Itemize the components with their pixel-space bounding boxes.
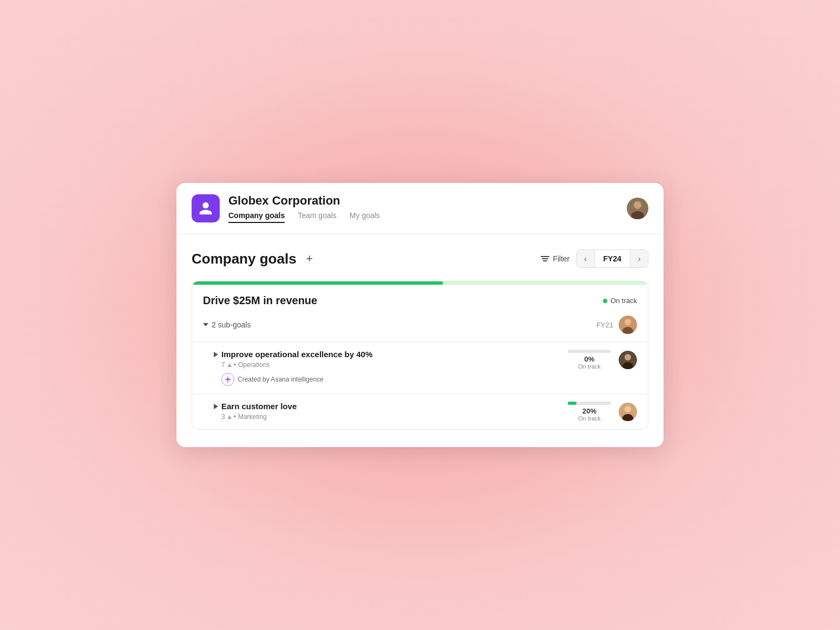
filter-label: Filter <box>553 254 569 263</box>
filter-button[interactable]: Filter <box>541 254 569 263</box>
owner-avatar-image <box>619 316 637 334</box>
filter-icon <box>541 256 549 261</box>
header-center: Globex Corporation Company goals Team go… <box>228 194 618 223</box>
goal-period-label: FY21 <box>596 321 613 329</box>
period-label: FY24 <box>594 250 631 267</box>
goal-status-badge: On track <box>603 297 637 305</box>
sub-goal-1-count: 7 <box>221 361 225 369</box>
user-avatar[interactable] <box>627 198 648 219</box>
period-nav: ‹ FY24 › <box>576 250 648 268</box>
sub-goal-2-progress-fill <box>568 402 576 405</box>
sub-goal-2-left: Earn customer love 3 • Marketing <box>214 402 568 421</box>
sparkle-icon <box>224 376 232 383</box>
sub-goal-2-title: Earn customer love <box>221 402 297 411</box>
sub-goal-1-progress: 0% On track <box>568 350 611 370</box>
sub-goal-1-pct: 0% <box>568 355 611 363</box>
svg-point-4 <box>625 319 631 325</box>
asana-ai-badge-1: Created by Asana intelligence <box>214 373 568 386</box>
sub-goal-1-team: Operations <box>238 361 270 369</box>
sub-goal-1-left: Improve operational excellence by 40% 7 … <box>214 350 568 386</box>
sub-goal-2-count: 3 <box>221 413 225 421</box>
period-next-button[interactable]: › <box>631 250 648 267</box>
company-name: Globex Corporation <box>228 194 618 208</box>
period-prev-button[interactable]: ‹ <box>577 250 594 267</box>
sub-goal-2-title-row: Earn customer love <box>214 402 568 411</box>
logo-person-icon <box>198 201 213 216</box>
header: Globex Corporation Company goals Team go… <box>176 183 664 234</box>
sub-goal-1-status: On track <box>568 363 611 370</box>
asana-ai-icon <box>221 373 234 386</box>
sub-goal-2-status: On track <box>568 415 611 422</box>
sub-goal-1-title-row: Improve operational excellence by 40% <box>214 350 568 359</box>
warning-triangle-icon-2 <box>227 415 232 419</box>
add-goal-button[interactable]: + <box>302 251 317 266</box>
page-controls: Filter ‹ FY24 › <box>541 250 648 268</box>
status-dot-green <box>603 299 607 303</box>
company-logo <box>192 194 220 222</box>
sub-goal-2-progress-track <box>568 402 611 405</box>
sub-goal-2-row: Earn customer love 3 • Marketing <box>214 402 637 422</box>
sub-goal-1-right: 0% On track <box>568 350 637 370</box>
sub-goal-1-progress-track <box>568 350 611 353</box>
sub-goal-2-avatar-image <box>619 403 637 421</box>
warning-triangle-icon-1 <box>227 363 232 367</box>
goal-header: Drive $25M in revenue On track <box>192 285 648 313</box>
sub-goals-row: 2 sub-goals FY21 <box>192 313 648 342</box>
sub-goal-expand-icon-1[interactable] <box>214 352 218 357</box>
svg-point-8 <box>625 354 631 360</box>
sub-goal-1-row: Improve operational excellence by 40% 7 … <box>214 350 637 386</box>
sub-goal-expand-icon-2[interactable] <box>214 404 218 409</box>
goal-card: Drive $25M in revenue On track 2 sub-goa… <box>192 281 648 430</box>
goal-status-label: On track <box>611 297 637 305</box>
tab-company-goals[interactable]: Company goals <box>228 211 285 223</box>
sub-goals-meta: FY21 <box>596 316 637 334</box>
page-title: Company goals <box>192 251 297 267</box>
sub-goal-1-avatar-image <box>619 351 637 369</box>
chevron-down-icon <box>203 323 208 326</box>
svg-point-1 <box>634 201 641 209</box>
goal-owner-avatar[interactable] <box>619 316 637 334</box>
sub-goal-2-separator: • <box>234 413 236 421</box>
sub-goal-2-right: 20% On track <box>568 402 637 422</box>
page-title-group: Company goals + <box>192 251 317 267</box>
nav-tabs: Company goals Team goals My goals <box>228 211 618 223</box>
sub-goals-toggle-button[interactable]: 2 sub-goals <box>203 320 251 329</box>
app-window: Globex Corporation Company goals Team go… <box>176 183 664 447</box>
sub-goal-2-pct: 20% <box>568 407 611 415</box>
avatar-image <box>627 198 648 219</box>
sub-goal-item-2: Earn customer love 3 • Marketing <box>192 393 648 429</box>
sub-goal-1-meta: 7 • Operations <box>214 361 568 369</box>
sub-goal-1-separator: • <box>234 361 236 369</box>
sub-goal-2-team: Marketing <box>238 413 267 421</box>
tab-my-goals[interactable]: My goals <box>350 211 380 223</box>
svg-point-6 <box>227 379 229 380</box>
main-content: Company goals + Filter ‹ FY24 › <box>176 234 664 447</box>
sub-goal-2-meta: 3 • Marketing <box>214 413 568 421</box>
tab-team-goals[interactable]: Team goals <box>298 211 337 223</box>
sub-goals-count-label: 2 sub-goals <box>212 320 251 329</box>
sub-goal-1-owner-avatar[interactable] <box>619 351 637 369</box>
sub-goal-item-1: Improve operational excellence by 40% 7 … <box>192 342 648 393</box>
sub-goal-1-title: Improve operational excellence by 40% <box>221 350 372 359</box>
sub-goal-2-owner-avatar[interactable] <box>619 403 637 421</box>
svg-point-11 <box>625 406 631 412</box>
ai-badge-text-1: Created by Asana intelligence <box>238 376 324 383</box>
sub-goal-2-progress: 20% On track <box>568 402 611 422</box>
goal-title: Drive $25M in revenue <box>203 294 317 307</box>
page-header: Company goals + Filter ‹ FY24 › <box>192 250 648 268</box>
